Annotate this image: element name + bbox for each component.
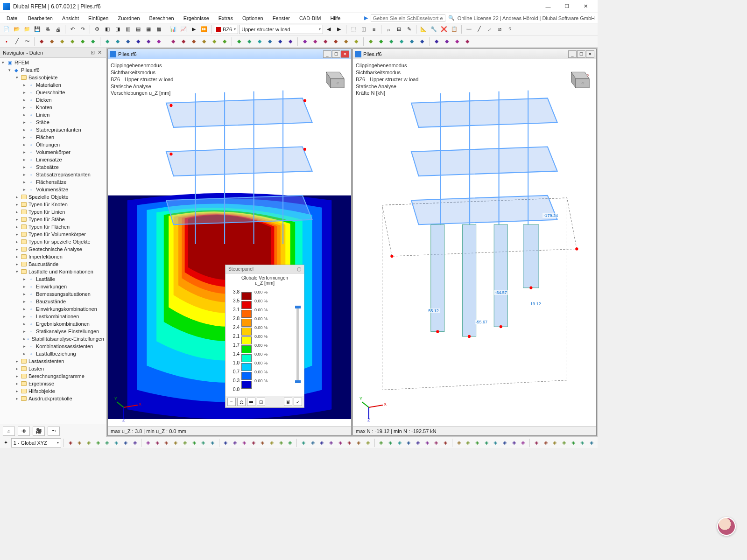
insert-tool-icon[interactable]: ◆: [310, 37, 320, 46]
viewport-canvas-right[interactable]: Clippingebenenmodus Sichtbarkeitsmodus B…: [353, 59, 596, 426]
legend-slider[interactable]: [296, 307, 299, 382]
redo-icon[interactable]: ↷: [78, 25, 87, 34]
vp-close-button[interactable]: ✕: [341, 50, 349, 58]
insert-tool-icon[interactable]: ◆: [189, 37, 198, 46]
view-tool-icon[interactable]: ◈: [112, 438, 120, 448]
tool-icon[interactable]: ◧: [103, 25, 112, 34]
insert-tool-icon[interactable]: ◆: [432, 37, 441, 46]
view-tool-icon[interactable]: ◈: [94, 438, 102, 448]
tool-icon[interactable]: ⏩: [199, 25, 209, 34]
insert-tool-icon[interactable]: ◆: [103, 37, 112, 46]
view-tool-icon[interactable]: ◈: [277, 438, 285, 448]
maximize-button[interactable]: ☐: [557, 0, 576, 13]
panel-footer-btn[interactable]: ≔: [247, 398, 255, 406]
tree-item[interactable]: ▸Lastassistenten: [0, 357, 106, 365]
view-tool-icon[interactable]: ◈: [464, 438, 472, 448]
view-tool-icon[interactable]: ◈: [181, 438, 189, 448]
view-cube-icon[interactable]: -Y: [319, 63, 346, 90]
print-icon[interactable]: 🖨: [53, 25, 63, 34]
tree-item[interactable]: ▸Typen für spezielle Objekte: [0, 238, 106, 245]
view-tool-icon[interactable]: ◈: [131, 438, 139, 448]
tree-item[interactable]: ▸▫Statikanalyse-Einstellungen: [0, 328, 106, 335]
tree-item[interactable]: ▸▫Linien: [0, 111, 106, 119]
view-tool-icon[interactable]: ◈: [171, 438, 180, 448]
beam-tool-icon[interactable]: ╱: [474, 25, 484, 34]
tree-item[interactable]: ▾▣RFEM: [0, 59, 106, 66]
tree-item[interactable]: ▸▫Volumensätze: [0, 186, 106, 193]
tool-icon[interactable]: ▦: [144, 25, 153, 34]
insert-tool-icon[interactable]: ◆: [286, 37, 295, 46]
view-tool-icon[interactable]: ◈: [286, 438, 294, 448]
menu-fenster[interactable]: Fenster: [269, 14, 294, 22]
insert-tool-icon[interactable]: ◆: [265, 37, 275, 46]
insert-tool-icon[interactable]: ◆: [376, 37, 386, 46]
tree-item[interactable]: ▸Spezielle Objekte: [0, 193, 106, 201]
insert-tool-icon[interactable]: ◆: [321, 37, 330, 46]
tree-item[interactable]: ▸▫Lastfallbeziehung: [0, 350, 106, 357]
tree-item[interactable]: ▸Typen für Stäbe: [0, 216, 106, 223]
tree-item[interactable]: ▸Typen für Linien: [0, 208, 106, 216]
tree-item[interactable]: ▸▫Bemessungssituationen: [0, 290, 106, 298]
tree-item[interactable]: ▸Bauzustände: [0, 260, 106, 268]
tree-item[interactable]: ▾Lastfälle und Kombinationen: [0, 268, 106, 275]
view-tool-icon[interactable]: ◈: [103, 438, 112, 448]
insert-tool-icon[interactable]: ◆: [179, 37, 188, 46]
insert-tool-icon[interactable]: ◆: [68, 37, 77, 46]
menu-zuordnen[interactable]: Zuordnen: [114, 14, 143, 22]
loadcase-dropdown-long[interactable]: Upper structer w load▾: [239, 25, 323, 34]
view-tool-icon[interactable]: ◈: [299, 438, 308, 448]
tool-icon[interactable]: 📈: [179, 25, 188, 34]
insert-tool-icon[interactable]: ◆: [407, 37, 416, 46]
viewport-canvas-left[interactable]: Clippingebenenmodus Sichtbarkeitsmodus B…: [108, 59, 351, 426]
insert-tool-icon[interactable]: ◆: [78, 37, 87, 46]
insert-tool-icon[interactable]: ◆: [220, 37, 229, 46]
view-tool-icon[interactable]: ◈: [404, 438, 413, 448]
tree-item[interactable]: ▸▫Stabilitätsanalyse-Einstellungen: [0, 335, 106, 343]
view-tool-icon[interactable]: ◈: [336, 438, 345, 448]
tool-icon[interactable]: ◫: [359, 25, 368, 34]
view-tool-icon[interactable]: ◈: [482, 438, 491, 448]
next-lc-icon[interactable]: ▶: [334, 25, 344, 34]
view-tool-icon[interactable]: ◈: [532, 438, 541, 448]
view-tool-icon[interactable]: ◈: [199, 438, 207, 448]
menu-hilfe[interactable]: Hilfe: [326, 14, 344, 22]
insert-tool-icon[interactable]: ◆: [47, 37, 56, 46]
panel-footer-btn[interactable]: ✓: [294, 398, 302, 406]
view-tool-icon[interactable]: ◈: [441, 438, 450, 448]
insert-tool-icon[interactable]: ◆: [442, 37, 451, 46]
tree-item[interactable]: ▸Imperfektionen: [0, 253, 106, 260]
view-tool-icon[interactable]: ◈: [208, 438, 217, 448]
tool-icon[interactable]: 🔧: [429, 25, 438, 34]
view-tool-icon[interactable]: ◈: [222, 438, 230, 448]
tree-item[interactable]: ▸▫Einwirkungen: [0, 283, 106, 290]
line-tool-icon[interactable]: ╱: [12, 37, 21, 46]
insert-tool-icon[interactable]: ◆: [234, 37, 244, 46]
video-tab-icon[interactable]: 🎥: [33, 427, 45, 436]
tree-item[interactable]: ▸▫Stäbe: [0, 119, 106, 126]
help-icon[interactable]: ?: [505, 25, 514, 34]
menu-datei[interactable]: Datei: [3, 14, 22, 22]
tool-icon[interactable]: ◨: [113, 25, 122, 34]
tool-icon[interactable]: 📋: [450, 25, 459, 34]
tree-item[interactable]: ▸Ausdruckprotokolle: [0, 395, 106, 402]
insert-tool-icon[interactable]: ◆: [463, 37, 472, 46]
tree-item[interactable]: ▸▫Materialien: [0, 81, 106, 89]
view-tool-icon[interactable]: ◈: [249, 438, 258, 448]
view-tool-icon[interactable]: ◈: [162, 438, 171, 448]
tree-item[interactable]: ▸▫Stabsätze: [0, 163, 106, 171]
prev-lc-icon[interactable]: ◀: [324, 25, 333, 34]
tree-item[interactable]: ▸▫Ergebniskombinationen: [0, 320, 106, 328]
tool-icon[interactable]: ≡: [369, 25, 379, 34]
menu-ergebnisse[interactable]: Ergebnisse: [180, 14, 213, 22]
insert-tool-icon[interactable]: ◆: [88, 37, 98, 46]
view-tool-icon[interactable]: ◈: [231, 438, 239, 448]
minimize-button[interactable]: —: [539, 0, 557, 13]
tool-icon[interactable]: ⬚: [349, 25, 358, 34]
insert-tool-icon[interactable]: ◆: [113, 37, 122, 46]
insert-tool-icon[interactable]: ◆: [275, 37, 285, 46]
menu-cad-bim[interactable]: CAD-BIM: [296, 14, 324, 22]
vp-minimize-button[interactable]: _: [323, 50, 331, 58]
view-tool-icon[interactable]: ◈: [354, 438, 363, 448]
tree-item[interactable]: ▸Geotechnische Analyse: [0, 245, 106, 253]
tree-item[interactable]: ▸▫Kombinationsassistenten: [0, 343, 106, 350]
